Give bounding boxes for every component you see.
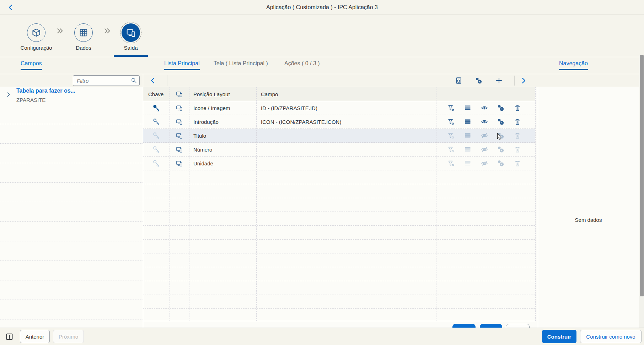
table-row[interactable]: Titulo bbox=[143, 129, 535, 143]
page-title: Aplicação ( Customizada ) - IPC Aplicaçã… bbox=[0, 0, 644, 15]
column-divider bbox=[256, 87, 257, 321]
lines-icon bbox=[464, 132, 471, 139]
key-icon bbox=[153, 160, 160, 167]
lines-button[interactable] bbox=[464, 146, 471, 153]
filter-clear-icon bbox=[447, 132, 455, 139]
step-label: Dados bbox=[76, 45, 91, 51]
settings-button[interactable] bbox=[497, 132, 504, 139]
empty-table-row bbox=[143, 267, 535, 281]
visibility-button[interactable] bbox=[481, 118, 488, 125]
table-row[interactable]: Unidade bbox=[143, 157, 535, 170]
clear-filter-button[interactable] bbox=[447, 132, 455, 139]
layout-position-cell: Titulo bbox=[189, 129, 256, 142]
table-row[interactable]: Icone / ImagemID - (ID/ZPARASITE.ID) bbox=[143, 101, 535, 115]
clear-filter-button[interactable] bbox=[447, 104, 455, 111]
step-circle bbox=[122, 23, 140, 42]
row-actions bbox=[436, 115, 536, 128]
empty-table-row bbox=[143, 295, 535, 309]
tab-tela-lista-principal[interactable]: Tela ( Lista Principal ) bbox=[214, 60, 268, 69]
plus-icon bbox=[495, 77, 503, 84]
expand-chevron-icon[interactable] bbox=[6, 92, 11, 97]
clear-filter-button[interactable] bbox=[447, 146, 455, 153]
tree-item-title: Tabela para fazer os... bbox=[16, 88, 75, 94]
step-saida[interactable]: Saída bbox=[114, 15, 148, 57]
settings-button[interactable] bbox=[497, 160, 504, 167]
step-label: Configuração bbox=[20, 45, 52, 51]
step-configuracao[interactable]: Configuração bbox=[19, 15, 53, 57]
delete-button[interactable] bbox=[514, 146, 521, 153]
tree-item-zparasite[interactable]: Tabela para fazer os... ZPARASITE bbox=[0, 87, 143, 124]
tab-acoes[interactable]: Ações ( 0 / 3 ) bbox=[284, 60, 320, 69]
chevron-left-icon bbox=[149, 77, 156, 84]
table-row[interactable]: IntroduçãoICON - (ICON/ZPARASITE.ICON) bbox=[143, 115, 535, 129]
toolbar-divider bbox=[167, 75, 167, 86]
eye-slash-icon bbox=[481, 132, 488, 139]
collapse-left-button[interactable] bbox=[149, 77, 156, 84]
key-cell bbox=[143, 101, 170, 115]
step-dados[interactable]: Dados bbox=[66, 15, 101, 57]
info-button[interactable] bbox=[6, 333, 13, 340]
settings-button[interactable] bbox=[497, 118, 504, 125]
lines-button[interactable] bbox=[464, 132, 471, 139]
proximo-button[interactable]: Próximo bbox=[53, 330, 84, 343]
empty-list-row bbox=[0, 222, 143, 241]
settings-button[interactable] bbox=[497, 104, 504, 111]
tab-navegacao[interactable]: Navegação bbox=[559, 60, 588, 70]
info-icon bbox=[6, 333, 13, 340]
visibility-button[interactable] bbox=[481, 146, 488, 153]
table-header: Chave Posição Layout Campo bbox=[143, 87, 535, 101]
visibility-button[interactable] bbox=[481, 132, 488, 139]
key-cell bbox=[143, 115, 170, 128]
step-circle bbox=[27, 23, 45, 42]
filter-clear-icon bbox=[447, 146, 455, 153]
construir-button[interactable]: Construir bbox=[542, 330, 576, 343]
delete-button[interactable] bbox=[514, 160, 521, 167]
lines-icon bbox=[464, 146, 471, 153]
screens-cell bbox=[170, 115, 189, 128]
trash-icon bbox=[514, 160, 521, 167]
screens-cell bbox=[170, 157, 189, 170]
screens-icon bbox=[176, 105, 183, 111]
screens-icon bbox=[176, 91, 183, 98]
add-button[interactable] bbox=[495, 77, 503, 84]
double-chevron-icon bbox=[53, 27, 66, 34]
table-rows: Icone / ImagemID - (ID/ZPARASITE.ID)Intr… bbox=[143, 101, 535, 321]
search-in-list-button[interactable] bbox=[455, 77, 462, 84]
layout-position-cell: Número bbox=[189, 143, 256, 156]
main-list-panel: Chave Posição Layout Campo Icone / Image… bbox=[143, 87, 538, 328]
clear-filter-button[interactable] bbox=[447, 160, 455, 167]
anterior-button[interactable]: Anterior bbox=[20, 330, 50, 343]
tab-lista-principal[interactable]: Lista Principal bbox=[164, 60, 200, 70]
delete-button[interactable] bbox=[514, 132, 521, 139]
column-header-chave: Chave bbox=[143, 87, 170, 101]
empty-table-row bbox=[143, 309, 535, 321]
row-actions bbox=[436, 143, 536, 156]
table-row[interactable]: Número bbox=[143, 143, 535, 157]
delete-button[interactable] bbox=[514, 104, 521, 111]
empty-list-row bbox=[0, 202, 143, 222]
visibility-button[interactable] bbox=[481, 160, 488, 167]
lines-button[interactable] bbox=[464, 104, 471, 111]
empty-table-row bbox=[143, 253, 535, 267]
navigation-panel: Sem dados bbox=[538, 87, 639, 328]
visibility-button[interactable] bbox=[481, 104, 488, 111]
empty-table-row bbox=[143, 226, 535, 240]
tab-campos[interactable]: Campos bbox=[21, 60, 42, 70]
fields-table: Chave Posição Layout Campo Icone / Image… bbox=[143, 87, 536, 321]
filter-input[interactable] bbox=[73, 75, 140, 86]
scrollbar-thumb[interactable] bbox=[640, 55, 644, 296]
expand-right-button[interactable] bbox=[520, 77, 527, 84]
lines-button[interactable] bbox=[464, 118, 471, 125]
settings-button[interactable] bbox=[497, 146, 504, 153]
settings-button[interactable] bbox=[475, 77, 482, 84]
screens-icon bbox=[126, 28, 136, 38]
search-icon[interactable] bbox=[131, 77, 137, 83]
lines-button[interactable] bbox=[464, 160, 471, 167]
chevron-right-icon bbox=[520, 77, 527, 84]
empty-list-row bbox=[0, 163, 143, 183]
field-cell bbox=[256, 157, 436, 170]
clear-filter-button[interactable] bbox=[447, 118, 455, 125]
delete-button[interactable] bbox=[514, 118, 521, 125]
filter-clear-icon bbox=[447, 160, 455, 167]
construir-como-novo-button[interactable]: Construir como novo bbox=[580, 330, 642, 343]
